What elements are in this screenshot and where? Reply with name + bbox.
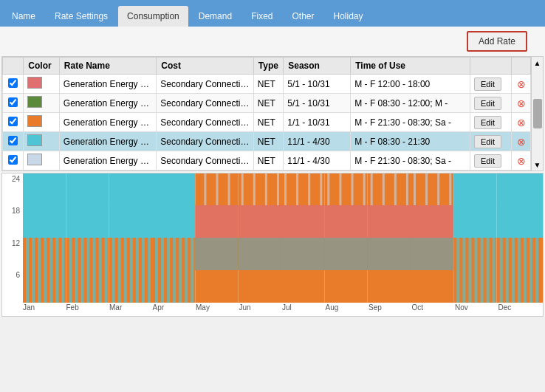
svg-rect-39 — [185, 238, 188, 303]
svg-rect-67 — [284, 173, 287, 205]
svg-rect-30 — [142, 238, 145, 303]
row-checkbox-4[interactable] — [8, 155, 18, 165]
svg-rect-46 — [204, 173, 206, 205]
svg-rect-79 — [333, 173, 335, 205]
row-tou: M - F 12:00 - 18:00 — [351, 75, 470, 94]
svg-rect-115 — [493, 238, 496, 303]
col-header-ratename: Rate Name — [59, 58, 156, 75]
svg-rect-48 — [216, 173, 218, 205]
row-season: 5/1 - 10/31 — [284, 75, 351, 94]
tab-holiday[interactable]: Holiday — [325, 6, 372, 27]
svg-rect-72 — [314, 173, 316, 205]
edit-button-4[interactable]: Edit — [474, 154, 501, 168]
svg-rect-106 — [449, 173, 451, 205]
table-row: Generation Energy Rates Secondary Connec… — [3, 75, 531, 94]
row-remove-cell: ⊗ — [511, 151, 530, 171]
svg-rect-81 — [345, 173, 347, 205]
svg-rect-84 — [363, 173, 366, 205]
svg-rect-34 — [155, 238, 158, 303]
svg-rect-25 — [112, 238, 115, 303]
color-swatch — [27, 154, 42, 165]
row-color-cell — [24, 94, 60, 113]
row-tou: M - F 21:30 - 08:30; Sa - — [351, 113, 470, 132]
chart-container: 24 18 12 6 — [1, 173, 544, 317]
color-swatch — [27, 134, 42, 146]
row-rate-name: Generation Energy Rates — [59, 94, 156, 113]
row-season: 11/1 - 4/30 — [284, 132, 351, 151]
add-rate-button[interactable]: Add Rate — [467, 31, 527, 52]
edit-button-0[interactable]: Edit — [474, 78, 501, 91]
row-checkbox-2[interactable] — [8, 117, 18, 126]
row-cost: Secondary Connection: ( — [157, 151, 253, 171]
x-label-oct: Oct — [412, 303, 456, 312]
svg-rect-87 — [368, 205, 411, 238]
edit-button-1[interactable]: Edit — [474, 97, 501, 110]
svg-rect-61 — [271, 173, 273, 205]
remove-button-2[interactable]: ⊗ — [515, 117, 527, 128]
y-label-18: 18 — [4, 207, 20, 215]
svg-rect-8 — [32, 238, 35, 303]
remove-button-3[interactable]: ⊗ — [515, 136, 527, 148]
tab-fixed[interactable]: Fixed — [242, 6, 281, 27]
svg-rect-73 — [320, 173, 322, 205]
rate-table: Color Rate Name Cost Type Season Time of… — [2, 57, 531, 171]
col-header-season: Season — [284, 58, 351, 75]
row-type: NET — [253, 132, 283, 151]
tab-rate-settings[interactable]: Rate Settings — [46, 6, 117, 27]
row-tou: M - F 08:30 - 21:30 — [351, 132, 470, 151]
col-header-remove — [511, 58, 530, 75]
svg-rect-15 — [66, 173, 109, 238]
svg-rect-28 — [130, 238, 133, 303]
svg-rect-118 — [500, 238, 503, 303]
svg-rect-40 — [191, 238, 193, 303]
row-checkbox-cell — [3, 132, 24, 151]
scroll-thumb[interactable] — [533, 99, 542, 128]
svg-rect-27 — [124, 238, 127, 303]
remove-button-1[interactable]: ⊗ — [515, 97, 527, 109]
svg-rect-93 — [394, 173, 397, 205]
svg-rect-9 — [38, 238, 41, 303]
tab-demand[interactable]: Demand — [190, 6, 241, 27]
scroll-up-arrow[interactable]: ▲ — [532, 57, 543, 69]
svg-rect-94 — [400, 173, 402, 205]
x-label-sep: Sep — [369, 303, 412, 312]
tab-consumption[interactable]: Consumption — [118, 6, 188, 27]
color-swatch — [27, 115, 42, 127]
svg-rect-70 — [302, 173, 304, 205]
remove-button-4[interactable]: ⊗ — [515, 155, 527, 167]
svg-rect-122 — [524, 238, 527, 303]
row-checkbox-1[interactable] — [8, 97, 18, 107]
row-rate-name: Generation Energy Rates — [59, 113, 156, 132]
tab-other[interactable]: Other — [283, 6, 323, 27]
row-checkbox-0[interactable] — [8, 78, 18, 88]
svg-rect-17 — [75, 238, 78, 303]
svg-rect-82 — [352, 173, 354, 205]
table-scrollbar[interactable]: ▲ ▼ — [531, 57, 543, 171]
svg-rect-24 — [109, 173, 152, 238]
row-color-cell — [24, 75, 60, 94]
svg-rect-58 — [253, 173, 256, 205]
col-header-check — [3, 58, 24, 75]
tab-name[interactable]: Name — [3, 6, 44, 27]
row-checkbox-cell — [3, 94, 24, 113]
x-label-apr: Apr — [153, 303, 196, 312]
svg-rect-124 — [535, 238, 538, 303]
row-remove-cell: ⊗ — [511, 94, 530, 113]
col-header-cost: Cost — [157, 58, 253, 75]
edit-button-2[interactable]: Edit — [474, 116, 501, 129]
row-type: NET — [253, 75, 283, 94]
svg-rect-69 — [296, 173, 298, 205]
chart-content: 24 18 12 6 — [2, 173, 543, 303]
edit-button-3[interactable]: Edit — [474, 135, 501, 148]
svg-rect-111 — [468, 238, 471, 303]
remove-button-0[interactable]: ⊗ — [515, 78, 527, 90]
toolbar: Add Rate — [0, 27, 545, 56]
scroll-down-arrow[interactable]: ▼ — [532, 159, 543, 171]
svg-rect-12 — [55, 238, 58, 303]
color-swatch — [27, 96, 42, 108]
row-type: NET — [253, 151, 283, 171]
svg-rect-92 — [388, 173, 391, 205]
row-color-cell — [24, 113, 60, 132]
row-checkbox-3[interactable] — [8, 136, 18, 145]
svg-rect-114 — [487, 238, 490, 303]
